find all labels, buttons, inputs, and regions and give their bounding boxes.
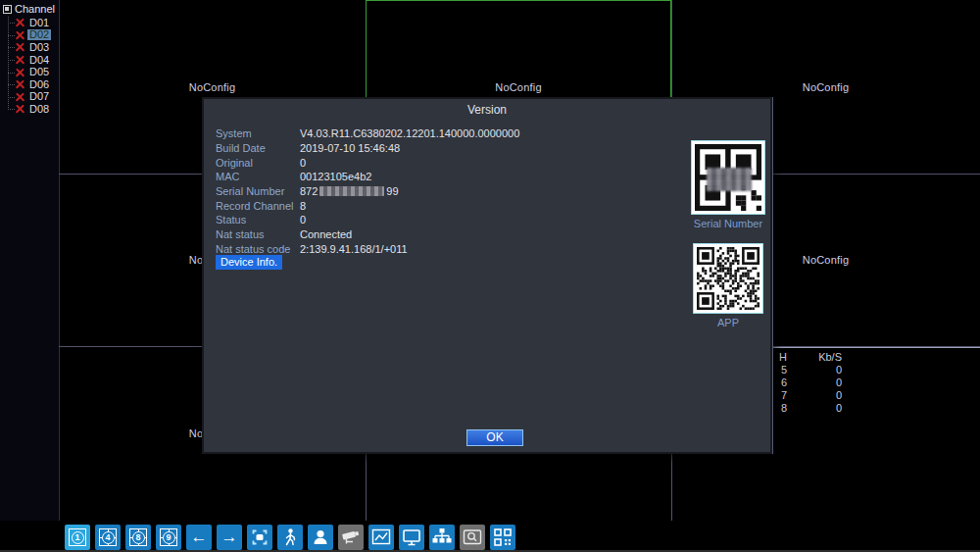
channel-offline-x-icon — [16, 92, 24, 101]
field-label: Status — [216, 214, 300, 226]
dialog-field-row: Original 0 — [216, 155, 519, 170]
field-value: 00123105e4b2 — [300, 171, 371, 182]
channel-item-label: D07 — [27, 91, 51, 102]
channel-item[interactable]: D06 — [6, 78, 59, 91]
field-value: 0 — [300, 157, 306, 169]
bitrate-window: H Kb/S 5 0 6 0 7 0 8 — [771, 347, 980, 415]
storage-search-button[interactable] — [460, 525, 485, 550]
version-dialog: Version System V4.03.R11.C6380202.12201.… — [202, 97, 772, 454]
channel-item-label: D05 — [27, 67, 51, 77]
bitrate-kbs-value: 0 — [787, 376, 842, 389]
channel-item-label: D01 — [27, 18, 51, 28]
ptz-button[interactable] — [338, 525, 364, 550]
bitrate-header-row: H Kb/S — [773, 351, 980, 364]
field-label: Nat status code — [216, 243, 300, 255]
arrow-left-icon: ← — [191, 525, 208, 550]
channel-item-label: D02 — [27, 29, 51, 40]
network-tree-icon — [429, 525, 455, 550]
channel-item[interactable]: D04 — [6, 54, 59, 67]
bitrate-row: 7 0 — [773, 389, 980, 402]
view-quad-button[interactable]: 4 — [95, 525, 121, 550]
field-value: 87299 — [300, 185, 399, 197]
field-value-text: 0 — [300, 214, 306, 226]
dialog-field-row: MAC 00123105e4b2 — [216, 170, 519, 184]
next-channel-button[interactable]: → — [217, 525, 242, 550]
view-nine-number: 9 — [163, 531, 175, 544]
bitrate-row: 5 0 — [773, 364, 980, 376]
field-value: 0 — [300, 214, 306, 226]
output-adjust-button[interactable] — [399, 525, 424, 550]
field-value: 8 — [300, 200, 306, 212]
no-config-label: NoConfig — [189, 81, 235, 93]
cctv-camera-icon — [338, 525, 364, 550]
bottom-toolbar: 1 4 8 9 ← → — [0, 521, 980, 552]
channel-item[interactable]: D07 — [6, 91, 59, 104]
bitrate-channel-number: 6 — [773, 376, 787, 389]
channel-item-label: D06 — [27, 79, 51, 90]
qr-blur-patch — [707, 168, 752, 191]
bitrate-row: 8 0 — [773, 402, 980, 415]
arrow-right-icon: → — [221, 525, 238, 550]
channel-offline-x-icon — [16, 105, 24, 114]
view-nine-button[interactable]: 9 — [156, 525, 181, 550]
field-label: Nat status — [216, 228, 300, 240]
user-icon — [308, 525, 333, 550]
field-label: Build Date — [216, 142, 300, 154]
channel-offline-x-icon — [16, 56, 24, 65]
channel-group-icon — [3, 5, 12, 14]
channel-tree-panel: Channel D01 D02 D03 — [0, 0, 59, 521]
field-value-text: 2:139.9.41.168/1/+011 — [300, 243, 408, 255]
field-label: Serial Number — [216, 185, 300, 197]
app-qr-button[interactable] — [490, 525, 515, 550]
dialog-field-row: System V4.03.R11.C6380202.12201.140000.0… — [216, 126, 519, 141]
field-value: 2019-07-10 15:46:48 — [300, 142, 400, 154]
field-label: Record Channel — [216, 200, 300, 212]
field-value-text: Connected — [300, 228, 352, 240]
view-eight-button[interactable]: 8 — [125, 525, 151, 550]
field-value: 2:139.9.41.168/1/+011 — [300, 243, 408, 255]
dialog-field-row: Serial Number 87299 — [216, 184, 519, 199]
bitrate-window-border — [771, 347, 980, 348]
field-label: MAC — [216, 171, 300, 182]
channel-offline-x-icon — [16, 30, 24, 39]
channel-item[interactable]: D02 — [6, 29, 59, 42]
channel-item[interactable]: D03 — [6, 41, 59, 54]
channel-item[interactable]: D08 — [6, 103, 59, 116]
channel-item[interactable]: D05 — [6, 66, 59, 78]
channel-tree-header[interactable]: Channel — [0, 0, 59, 17]
bitrate-kbs-value: 0 — [787, 389, 842, 402]
network-button[interactable] — [429, 525, 455, 550]
channel-item-label: D08 — [27, 104, 51, 115]
field-value-text: 8 — [300, 200, 306, 212]
bitrate-kbs-value: 0 — [787, 402, 842, 415]
bitrate-channel-number: 5 — [773, 364, 787, 376]
view-eight-number: 8 — [132, 531, 145, 544]
dialog-field-row: Record Channel 8 — [216, 198, 519, 213]
bitrate-kbs-header: Kb/S — [787, 351, 842, 364]
qr-code-icon — [490, 525, 515, 550]
bitrate-kbs-value: 0 — [787, 364, 842, 376]
motion-detect-button[interactable] — [277, 525, 303, 550]
prev-channel-button[interactable]: ← — [186, 525, 212, 550]
ok-button[interactable]: OK — [466, 429, 523, 446]
channel-item[interactable]: D01 — [6, 17, 59, 29]
pedestrian-icon — [277, 525, 303, 550]
field-value-text: V4.03.R11.C6380202.12201.140000.0000000 — [300, 127, 519, 139]
dialog-title: Version — [204, 99, 770, 117]
bitrate-channel-number: 8 — [773, 402, 787, 415]
focus-frame-icon — [247, 525, 272, 550]
field-value: V4.03.R11.C6380202.12201.140000.0000000 — [300, 127, 519, 139]
account-button[interactable] — [308, 525, 333, 550]
playback-button[interactable] — [247, 525, 272, 550]
dialog-field-row: Nat status code 2:139.9.41.168/1/+011 — [216, 242, 519, 257]
channel-offline-x-icon — [16, 19, 24, 27]
channel-offline-x-icon — [16, 43, 24, 52]
bitrate-channel-number: 7 — [773, 389, 787, 402]
bitrate-button[interactable] — [368, 525, 394, 550]
field-value-text: 00123105e4b2 — [300, 171, 371, 182]
serial-number-qr-code — [691, 140, 765, 215]
app-qr-code — [693, 243, 763, 314]
no-config-label: NoConfig — [495, 81, 541, 93]
view-single-button[interactable]: 1 — [65, 525, 90, 550]
device-info-button[interactable]: Device Info. — [216, 255, 282, 270]
